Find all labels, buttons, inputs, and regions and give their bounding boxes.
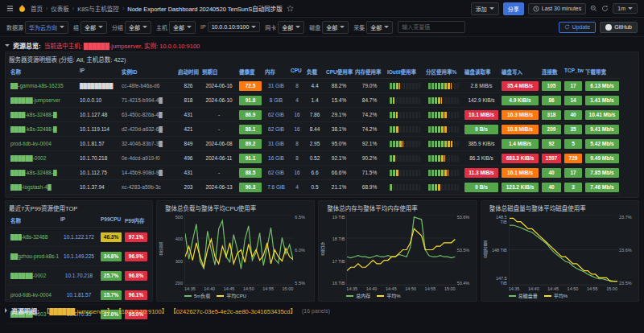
column-header[interactable]: CPU: [289, 65, 305, 79]
column-header[interactable]: 磁盘写入: [500, 65, 540, 79]
column-header[interactable]: 名称: [9, 65, 78, 79]
variable-dropdown[interactable]: 全部: [322, 21, 349, 34]
column-header[interactable]: IP: [59, 214, 99, 228]
value-chip: 10.1 MiB/s: [502, 168, 539, 178]
breadcrumb-item[interactable]: K8S与主机监控: [77, 4, 119, 13]
lcd-gauge: [390, 184, 420, 191]
chart-svg: [510, 215, 617, 285]
value-chip: 91.8: [239, 96, 262, 105]
variable-dropdown[interactable]: 10.0.0.10:9100: [208, 22, 261, 32]
variable-dropdown[interactable]: 全部: [169, 21, 196, 34]
tick-label: 14:45: [547, 286, 559, 291]
resource-detail-section-header[interactable]: 资源明细: 【██████-jumpserver】【10.0.0.10:9100…: [5, 305, 639, 316]
column-header[interactable]: IOutil使用率: [386, 65, 424, 79]
cell-ip: 10.1.81.57: [78, 137, 120, 151]
variable-value: 全部: [129, 23, 140, 31]
favorite-star-icon[interactable]: [287, 5, 294, 12]
lcd-gauge-fill: [390, 184, 393, 191]
cell-name[interactable]: prod-tidb-kv-0004: [9, 137, 78, 151]
cell-name[interactable]: prod-tidb-kv-0004: [9, 286, 59, 305]
legend-item[interactable]: 平均%: [544, 292, 568, 299]
cell-bandwidth: 7.46 Mb/s: [584, 180, 621, 195]
column-header[interactable]: 负载: [305, 65, 324, 79]
variable-value: 全部: [173, 23, 184, 31]
tick-label: 14:35: [509, 286, 520, 291]
add-button[interactable]: 添加: [471, 2, 499, 15]
refresh-interval-dropdown[interactable]: 1m: [613, 3, 638, 14]
cell-name[interactable]: ███-logstash-4█: [9, 180, 78, 195]
overview-section-header[interactable]: 资源总览: 当前选中主机: ██████-jumpserver, 实例: 10.…: [5, 39, 639, 51]
column-header[interactable]: 到期日: [200, 65, 237, 79]
column-header[interactable]: 实例ID: [120, 65, 176, 79]
cell-name[interactable]: ███-k8s-32488: [9, 228, 59, 247]
cell-mem-usage: 68.9%: [353, 180, 386, 195]
variable-dropdown[interactable]: 全部: [125, 21, 151, 34]
column-header[interactable]: 磁盘读取率: [463, 65, 500, 79]
resource-detail-items: 【██████-jumpserver】【10.0.0.10:9100】【0242…: [43, 306, 296, 315]
column-header[interactable]: 健康度: [237, 65, 263, 79]
cell-name[interactable]: ████-k8s-32488-█: [9, 166, 78, 180]
column-header[interactable]: CPU使用率: [324, 65, 353, 79]
tick-label: 5.5%: [295, 281, 311, 286]
cell-load: 6.6: [305, 166, 324, 180]
breadcrumb-item[interactable]: 首页: [31, 4, 43, 13]
lcd-gauge-fill: [428, 112, 447, 118]
variable-dropdown[interactable]: 华为云方向: [25, 21, 68, 34]
column-header[interactable]: P99内存: [123, 214, 149, 228]
cell-name[interactable]: ██-gamma-k8s-16235: [9, 79, 78, 93]
update-button[interactable]: Update: [559, 22, 597, 33]
column-header[interactable]: 内存使用率: [353, 65, 386, 79]
value-chip: 209: [542, 125, 561, 134]
p99-panel-title: 最近7天P99资源使用TOP: [9, 203, 149, 214]
cell-name[interactable]: ██████-0002: [9, 266, 59, 286]
cell-name[interactable]: ██████-jumpserver: [9, 93, 78, 108]
zoom-out-icon[interactable]: [590, 5, 597, 12]
legend-item[interactable]: 平均%: [377, 292, 400, 299]
cell-ip: 10.1.122.172: [59, 228, 99, 247]
legend-item[interactable]: 总磁盘量: [509, 292, 538, 299]
column-header[interactable]: TCP_tw: [563, 65, 584, 79]
cell-ioutil-gauge: [386, 108, 424, 122]
legend-item[interactable]: 5m负载: [184, 292, 210, 299]
resource-detail-item[interactable]: 【0242627c-03e5-4e2c-ae80-3c41653435cd】: [170, 306, 296, 315]
cell-ip: 10.1.81.57: [59, 286, 99, 305]
resource-detail-item[interactable]: 【10.0.0.10:9100】: [115, 306, 167, 315]
column-header[interactable]: 启动时间: [176, 65, 200, 79]
cell-name[interactable]: ████-k8s-32488-█: [9, 108, 78, 122]
column-header[interactable]: IP: [78, 65, 120, 79]
cell-name[interactable]: ████-k8s-32488-█: [9, 122, 78, 137]
variable-8: 采集全部: [353, 21, 393, 34]
column-header[interactable]: 内存: [263, 65, 289, 79]
menu-toggle-icon[interactable]: [6, 5, 14, 12]
variable-dropdown[interactable]: 全部: [80, 21, 107, 34]
breadcrumb-item[interactable]: 仪表板: [51, 4, 69, 13]
cell-mem-usage: 92.1%: [353, 137, 386, 151]
github-button[interactable]: GitHub: [600, 22, 638, 33]
legend-item[interactable]: 总内存: [346, 292, 370, 299]
cell-partition-gauge: [424, 122, 463, 137]
legend-item[interactable]: 平均CPU: [217, 292, 246, 299]
cell-name[interactable]: ██████-0002: [9, 151, 78, 166]
breadcrumb-separator: ›: [122, 6, 124, 11]
grafana-logo-icon[interactable]: [18, 4, 27, 13]
column-header[interactable]: 连接数: [540, 65, 563, 79]
value-chip: 17: [564, 168, 582, 178]
column-header[interactable]: 下载带宽: [584, 65, 621, 79]
time-range-picker[interactable]: Last 30 minutes: [528, 3, 586, 14]
column-header[interactable]: P99CPU: [99, 214, 123, 228]
cell-disk-write: 10.8 MiB/s: [500, 122, 540, 137]
variable-dropdown[interactable]: 全部: [278, 21, 304, 34]
resource-detail-item[interactable]: 【██████-jumpserver】: [43, 306, 113, 315]
share-button[interactable]: 分享: [503, 2, 524, 15]
variable-dropdown[interactable]: 全部: [366, 21, 393, 34]
breadcrumb-item[interactable]: Node Exporter Dashboard 20240520 TenSunS…: [127, 4, 282, 13]
value-chip: 86.9: [239, 110, 262, 120]
column-header[interactable]: 名称: [9, 214, 59, 228]
column-header[interactable]: 分区使用率%: [424, 65, 463, 79]
refresh-icon[interactable]: [601, 5, 609, 12]
cell-cpu: 16: [289, 108, 305, 122]
chevron-down-icon: [340, 26, 345, 28]
cell-name[interactable]: ██gzhou-prod-k8s-1: [9, 247, 59, 266]
legend-swatch: [544, 295, 551, 297]
variable-search-input[interactable]: [398, 21, 465, 33]
